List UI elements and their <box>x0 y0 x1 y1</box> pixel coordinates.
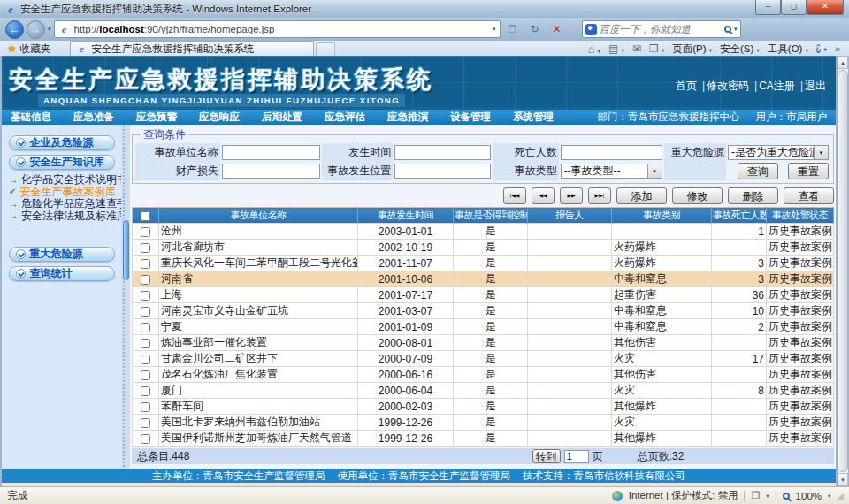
address-bar[interactable]: e http://localhost:90/yjzh/frame/homepag… <box>54 20 501 38</box>
row-checkbox[interactable] <box>141 275 150 285</box>
overflow-chevron[interactable]: » <box>835 43 840 54</box>
row-checkbox[interactable] <box>141 370 150 380</box>
close-button[interactable]: ✕ <box>807 0 844 15</box>
occur-time-input[interactable] <box>394 145 491 160</box>
search-input[interactable] <box>600 24 722 34</box>
zoom-level-label[interactable]: 100% <box>796 491 822 501</box>
table-row[interactable]: 美国北卡罗来纳州韦兹伯勒加油站 1999-12-26 是 火灾 历史事故案例 <box>133 415 834 431</box>
scrollbar-thumb[interactable] <box>838 70 848 472</box>
zoom-icon[interactable] <box>783 493 790 500</box>
help-menu[interactable]: ? ▾ <box>816 42 827 55</box>
minimize-button[interactable]: – <box>755 0 781 15</box>
tools-menu[interactable]: 工具(O) ▾ <box>768 42 808 56</box>
sidebar-item[interactable]: 企业及危险源 <box>9 135 115 150</box>
refresh-button[interactable]: ↻ <box>525 20 545 38</box>
menu-item[interactable]: 应急响应 <box>195 111 243 124</box>
column-header[interactable]: 事故发生时间 <box>358 208 454 224</box>
header-link[interactable]: CA注册 <box>750 79 796 94</box>
search-icon[interactable] <box>724 26 731 33</box>
favorites-button[interactable]: ★ 收藏夹 <box>0 42 57 56</box>
forward-button[interactable]: → <box>27 20 45 39</box>
view-button[interactable]: 查看 <box>784 187 834 204</box>
unit-name-input[interactable] <box>222 145 320 160</box>
address-dropdown-icon[interactable]: ▾ <box>493 26 496 33</box>
sidebar-item[interactable]: 重大危险源 <box>9 247 115 262</box>
row-checkbox[interactable] <box>141 434 150 444</box>
menu-item[interactable]: 应急预警 <box>133 111 180 124</box>
table-row[interactable]: 甘肃金川公司二矿区井下 2000-07-09 是 火灾 17 历史事故案例 <box>133 351 834 367</box>
read-mail-button[interactable]: ✉ <box>632 42 641 55</box>
table-row[interactable]: 厦门 2000-06-04 是 火灾 8 历史事故案例 <box>133 383 834 399</box>
search-box[interactable]: ▾ <box>582 20 741 38</box>
table-row[interactable]: 河南省 2001-10-06 是 中毒和窒息 3 历史事故案例 <box>133 271 834 287</box>
maximize-button[interactable]: ◻ <box>781 0 807 15</box>
select-all-checkbox[interactable] <box>141 211 150 221</box>
safety-menu[interactable]: 安全(S) ▾ <box>720 42 760 56</box>
location-input[interactable] <box>394 164 491 179</box>
sidebar-splitter[interactable] <box>121 125 130 469</box>
row-checkbox[interactable] <box>141 291 150 301</box>
sidebar-item[interactable]: → 安全法律法规及标准库 <box>2 210 121 223</box>
row-checkbox[interactable] <box>141 243 150 253</box>
prev-page-button[interactable]: ◀◀ <box>532 187 555 204</box>
back-button[interactable]: ← <box>5 20 24 39</box>
menu-item[interactable]: 应急推演 <box>384 111 432 124</box>
column-header[interactable]: 事故类别 <box>612 208 712 224</box>
table-row[interactable]: 炼油事业部一催化装置 2000-08-01 是 其他伤害 历史事故案例 <box>133 335 834 351</box>
feeds-button[interactable]: ▤ ▾ <box>608 42 624 55</box>
page-number-input[interactable] <box>564 450 589 463</box>
first-page-button[interactable]: |◀◀ <box>503 187 526 204</box>
row-checkbox[interactable] <box>141 323 150 332</box>
row-checkbox[interactable] <box>141 402 150 412</box>
new-tab-button[interactable] <box>316 42 335 56</box>
major-hazard-select[interactable]: -是否为重大危险源- ▼ <box>728 145 829 160</box>
resize-grip-icon[interactable]: ◢ <box>837 491 845 500</box>
protected-mode-icon[interactable]: ❐ <box>751 490 760 501</box>
menu-item[interactable]: 基础信息 <box>7 111 55 124</box>
menu-item[interactable]: 后期处置 <box>258 111 306 124</box>
menu-item[interactable]: 应急评估 <box>321 111 369 124</box>
row-checkbox[interactable] <box>141 339 150 348</box>
table-row[interactable]: 沧州 2003-01-01 是 1 历史事故案例 <box>133 224 834 240</box>
delete-button[interactable]: 删除 <box>728 187 778 204</box>
column-header[interactable]: 事故处警状态 <box>767 208 834 224</box>
table-row[interactable]: 茂名石化炼油厂焦化装置 2000-06-16 是 其他伤害 历史事故案例 <box>133 367 834 383</box>
column-header[interactable]: 报告人 <box>528 208 612 224</box>
column-header[interactable]: 事故死亡人数 <box>712 208 767 224</box>
search-dropdown-icon[interactable]: ▾ <box>734 26 738 33</box>
table-row[interactable]: 重庆长风化一车间二苯甲酮工段二号光化釜 2001-11-07 是 火药爆炸 3 … <box>133 256 834 271</box>
table-row[interactable]: 河南灵宝市义寺山金矿五坑 2001-03-07 是 中毒和窒息 10 历史事故案… <box>133 303 834 319</box>
header-link[interactable]: 退出 <box>796 79 827 94</box>
next-page-button[interactable]: ▶▶ <box>560 187 583 204</box>
scroll-down-icon[interactable]: ▼ <box>838 473 848 486</box>
column-header[interactable]: 事故是否得到控制 <box>454 208 528 224</box>
scroll-up-icon[interactable]: ▲ <box>838 56 848 69</box>
vertical-scrollbar[interactable]: ▲ ▼ <box>837 56 848 486</box>
row-checkbox[interactable] <box>141 386 150 396</box>
last-page-button[interactable]: ▶▶| <box>588 187 611 204</box>
edit-button[interactable]: 修改 <box>672 187 723 204</box>
row-checkbox[interactable] <box>141 259 150 269</box>
history-dropdown-icon[interactable]: ▾ <box>48 26 51 33</box>
row-checkbox[interactable] <box>141 227 150 237</box>
row-checkbox[interactable] <box>141 307 150 317</box>
menu-item[interactable]: 应急准备 <box>70 111 118 124</box>
sidebar-item[interactable]: 安全生产知识库 <box>9 155 115 170</box>
table-row[interactable]: 美国伊利诺斯州芝加哥炼油厂天然气管道 1999-12-26 是 其他爆炸 历史事… <box>133 431 834 447</box>
page-menu[interactable]: 页面(P) ▾ <box>672 42 712 56</box>
sidebar-item[interactable]: 查询统计 <box>9 266 115 281</box>
column-header[interactable]: 事故单位名称 <box>159 208 358 224</box>
table-row[interactable]: 河北省廊坊市 2002-10-19 是 火药爆炸 历史事故案例 <box>133 240 834 256</box>
row-checkbox[interactable] <box>141 418 150 428</box>
table-row[interactable]: 上海 2001-07-17 是 起重伤害 36 历史事故案例 <box>133 287 834 303</box>
search-button[interactable]: 查询 <box>738 163 778 179</box>
row-checkbox[interactable] <box>141 355 150 364</box>
add-button[interactable]: 添加 <box>616 187 667 204</box>
accident-type-select[interactable]: --事故类型-- ▼ <box>561 164 662 179</box>
home-button[interactable]: ⌂ ▾ <box>588 42 600 56</box>
table-row[interactable]: 宁夏 2001-01-09 是 中毒和窒息 2 历史事故案例 <box>133 319 834 335</box>
reset-button[interactable]: 重置 <box>788 163 829 179</box>
header-link[interactable]: 首页 <box>675 79 698 94</box>
print-button[interactable]: ❒ ▾ <box>649 42 664 55</box>
deaths-input[interactable] <box>561 145 662 160</box>
